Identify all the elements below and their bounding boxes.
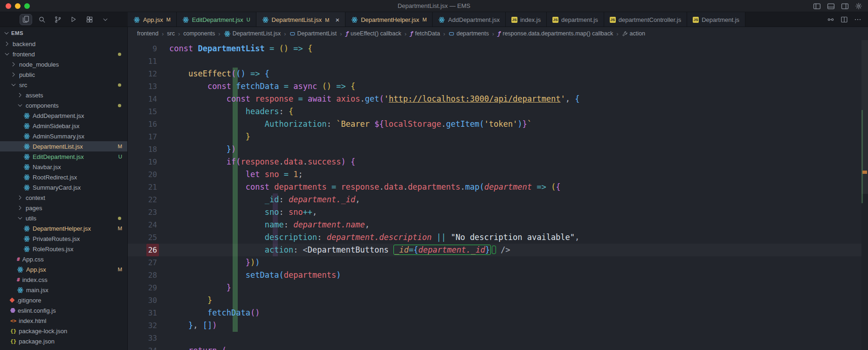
line-number: 21	[128, 181, 159, 193]
breadcrumb-item-departments[interactable]: departments	[448, 30, 489, 37]
symbol-method-icon: ƒ	[345, 31, 349, 36]
tree-item-departmentlist-jsx[interactable]: DepartmentList.jsxM	[0, 141, 127, 151]
tab-index.js[interactable]: JSindex.js	[506, 12, 547, 27]
gear-icon[interactable]	[855, 2, 862, 10]
close-icon[interactable]: ×	[335, 16, 339, 23]
explorer-section-header[interactable]: EMS	[0, 27, 127, 39]
line-number: 19	[128, 156, 159, 168]
code-content: if(response.data.success) {	[159, 156, 355, 168]
breadcrumb-item-departmentlist[interactable]: DepartmentList	[289, 30, 337, 37]
git-status-badge: M	[422, 17, 427, 22]
react-icon	[182, 16, 189, 23]
tab-Department.js[interactable]: JSDepartment.js	[687, 12, 745, 27]
tree-item-package-json[interactable]: {}package.json	[0, 336, 127, 346]
tree-item-eslint-config-js[interactable]: eslint.config.js	[0, 305, 127, 316]
tab-AddDepartment.jsx[interactable]: AddDepartment.jsx	[433, 12, 506, 27]
tree-item-label: node_modules	[19, 61, 59, 68]
split-editor-icon[interactable]	[840, 16, 848, 23]
layout-right-icon[interactable]	[841, 2, 849, 10]
maximize-window-button[interactable]	[24, 3, 30, 9]
code-lines[interactable]: 9const DepartmentList = () => {1112 useE…	[128, 42, 861, 350]
tree-item-src[interactable]: src	[0, 80, 127, 90]
tree-item-adminsummary-jsx[interactable]: AdminSummary.jsx	[0, 131, 127, 141]
tree-item-summarycard-jsx[interactable]: SummaryCard.jsx	[0, 182, 127, 192]
tree-item-context[interactable]: context	[0, 192, 127, 203]
tab-EditDepartment.jsx[interactable]: EditDepartment.jsxU	[177, 12, 256, 27]
tree-item-components[interactable]: components	[0, 100, 127, 110]
tree-item-roleroutes-jsx[interactable]: RoleRoutes.jsx	[0, 244, 127, 254]
tree-item-index-html[interactable]: <>index.html	[0, 316, 127, 326]
tree-item-navbar-jsx[interactable]: Navbar.jsx	[0, 162, 127, 172]
modified-contents-dot	[118, 104, 121, 107]
code-content: })	[159, 143, 236, 156]
layout-sidebar-icon[interactable]	[813, 2, 821, 10]
tab-DepartmentList.jsx[interactable]: DepartmentList.jsxM×	[256, 12, 346, 27]
line-number: 23	[128, 206, 159, 219]
workspace-name: EMS	[11, 30, 23, 36]
tree-item-utils[interactable]: utils	[0, 213, 127, 223]
tree-item-index-css[interactable]: #index.css	[0, 275, 127, 285]
layout-panel-icon[interactable]	[827, 2, 835, 10]
chevron-down-icon[interactable]	[99, 14, 111, 25]
react-icon	[23, 123, 30, 130]
tab-row: App.jsxMEditDepartment.jsxUDepartmentLis…	[0, 12, 868, 27]
symbol-variable-icon	[289, 31, 296, 37]
tree-item-main-jsx[interactable]: main.jsx	[0, 285, 127, 295]
tree-item-adminsidebar-jsx[interactable]: AdminSidebar.jsx	[0, 121, 127, 131]
tree-item-pages[interactable]: pages	[0, 203, 127, 213]
tree-item-editdepartment-jsx[interactable]: EditDepartment.jsxU	[0, 151, 127, 162]
breadcrumb-separator: ›	[162, 30, 164, 37]
breadcrumb-item-frontend[interactable]: frontend	[137, 30, 158, 37]
breadcrumb-item-src[interactable]: src	[167, 30, 175, 37]
code-content: return (	[159, 344, 227, 350]
line-number: 20	[128, 168, 159, 181]
extensions-icon[interactable]	[83, 14, 96, 25]
breadcrumb-item-components[interactable]: components	[183, 30, 215, 37]
tree-item-backend[interactable]: backend	[0, 39, 127, 49]
tab-department.js[interactable]: JSdepartment.js	[547, 12, 604, 27]
breadcrumb-item-action[interactable]: action	[622, 30, 645, 37]
tree-item-departmenthelper-jsx[interactable]: DepartmentHelper.jsxM	[0, 223, 127, 233]
tree-item-node-modules[interactable]: node_modules	[0, 59, 127, 69]
code-content	[159, 332, 169, 344]
tree-item-rootredirect-jsx[interactable]: RootRedirect.jsx	[0, 172, 127, 182]
file-tree: backendfrontendnode_modulespublicsrcasse…	[0, 39, 127, 346]
git-status-badge: U	[118, 154, 122, 159]
tree-item-privateroutes-jsx[interactable]: PrivateRoutes.jsx	[0, 233, 127, 244]
explorer-icon[interactable]	[20, 14, 32, 25]
tab-App.jsx[interactable]: App.jsxM	[128, 12, 177, 27]
tree-item-app-jsx[interactable]: App.jsxM	[0, 264, 127, 275]
line-number: 17	[128, 130, 159, 143]
line-number: 12	[128, 68, 159, 80]
compare-changes-icon[interactable]	[827, 16, 834, 23]
close-window-button[interactable]	[6, 3, 11, 9]
tree-item-label: pages	[26, 205, 42, 212]
tree-item-adddepartment-jsx[interactable]: AddDepartment.jsx	[0, 110, 127, 121]
cursor-box	[492, 246, 496, 254]
tree-item-assets[interactable]: assets	[0, 90, 127, 100]
more-actions-icon[interactable]	[854, 16, 861, 23]
breadcrumb-item-response-data-departments-map-callback[interactable]: ƒresponse.data.departments.map() callbac…	[497, 30, 613, 37]
tab-departmentController.js[interactable]: JSdepartmentController.js	[604, 12, 687, 27]
breadcrumb-label: frontend	[137, 30, 158, 37]
chevron-right-icon	[17, 194, 23, 201]
breadcrumb-separator: ›	[405, 30, 406, 37]
tree-item-frontend[interactable]: frontend	[0, 49, 127, 59]
code-editor[interactable]: 9const DepartmentList = () => {1112 useE…	[128, 40, 868, 350]
tree-item-package-lock-json[interactable]: {}package-lock.json	[0, 326, 127, 336]
source-control-icon[interactable]	[51, 14, 64, 25]
minimize-window-button[interactable]	[15, 3, 21, 9]
tree-item-public[interactable]: public	[0, 69, 127, 80]
breadcrumb-item-fetchdata[interactable]: ƒfetchData	[410, 30, 440, 37]
tree-item-label: eslint.config.js	[18, 307, 56, 314]
tree-item-app-css[interactable]: #App.css	[0, 254, 127, 264]
search-icon[interactable]	[35, 14, 48, 25]
debug-icon[interactable]	[67, 14, 80, 25]
tab-DepartmentHelper.jsx[interactable]: DepartmentHelper.jsxM	[345, 12, 433, 27]
breadcrumb-item-departmentlist-jsx[interactable]: DepartmentList.jsx	[224, 30, 281, 37]
code-content: const fetchData = async () => {	[159, 80, 355, 93]
tree-item--gitignore[interactable]: .gitignore	[0, 295, 127, 305]
breadcrumb-item-useeffect-callback[interactable]: ƒuseEffect() callback	[345, 30, 401, 37]
tree-item-label: components	[26, 102, 59, 109]
tree-item-label: App.jsx	[26, 266, 46, 273]
